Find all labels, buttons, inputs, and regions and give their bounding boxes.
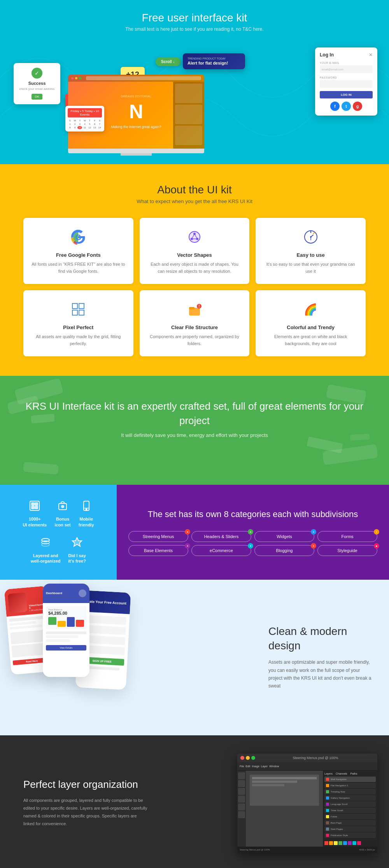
cat-styleguide[interactable]: Styleguide ●: [317, 545, 377, 556]
ps-layer-dot-10: [326, 834, 329, 837]
cal-2: 2: [73, 123, 77, 126]
cat-badge-6: +: [248, 543, 253, 549]
google-fonts-icon: G: [68, 227, 88, 247]
phone-2-btn[interactable]: View Details: [46, 645, 86, 651]
swatch-6: [348, 841, 352, 845]
calendar-grid: S M T W T F S 1 2 3 4 5 6 7 8 9 10 11 12…: [68, 119, 102, 129]
feature-2-desc: Each and every object is made of shapes.…: [147, 261, 242, 275]
login-header: Log In ✕: [320, 52, 373, 58]
ps-canvas: [250, 775, 319, 806]
twitter-login[interactable]: t: [342, 102, 351, 111]
phone-2-avatar: [79, 589, 86, 597]
cat-blogging[interactable]: Blogging +: [254, 545, 314, 556]
browser-bar: [68, 75, 204, 82]
google-login[interactable]: g: [353, 102, 362, 111]
success-card-button[interactable]: OK: [32, 94, 42, 100]
ps-layer-4[interactable]: Gallery Navigation: [324, 795, 376, 801]
cat-widgets[interactable]: Widgets +: [254, 531, 314, 542]
cal-7: 7: [97, 123, 102, 126]
login-button[interactable]: LOG IN: [320, 91, 373, 98]
green-banner-subtitle: It will definitely save you time, energy…: [16, 432, 373, 438]
ps-layer-dot-7: [326, 815, 329, 818]
email-input[interactable]: email@email.com: [320, 65, 373, 73]
cat-ecommerce[interactable]: eCommerce +: [191, 545, 251, 556]
cat-steering-menus[interactable]: Streering Menus +: [128, 531, 188, 542]
scroll-button[interactable]: Scroll ↓: [156, 57, 180, 66]
ps-layer-3[interactable]: Trending Now: [324, 789, 376, 794]
ps-layer-text-6: Timer Scroll: [331, 809, 343, 812]
cat-badge-3: +: [311, 529, 316, 535]
ps-menu-window[interactable]: Window: [269, 765, 279, 768]
swatch-1: [324, 841, 328, 845]
ps-layer-9[interactable]: Start Pages: [324, 826, 376, 832]
login-close-icon[interactable]: ✕: [369, 52, 373, 58]
ps-layer-dot-3: [326, 790, 329, 793]
ps-body: Layers Channels Paths Wall Navigation Fl…: [237, 771, 377, 847]
success-card-text: check your email address: [18, 87, 56, 91]
ps-tool-3[interactable]: [238, 788, 245, 795]
password-label: PASSWORD: [320, 76, 373, 79]
feature-vector-shapes: Vector Shapes Each and every object is m…: [140, 218, 250, 284]
ps-menu-edit[interactable]: Edit: [245, 765, 250, 768]
ps-layer-dot-2: [326, 784, 329, 787]
ps-layer-6[interactable]: Timer Scroll: [324, 808, 376, 813]
ps-tool-1[interactable]: [238, 772, 245, 779]
alert-title: Alert for flat design!: [187, 61, 240, 65]
ps-layer-8[interactable]: Boot Page: [324, 820, 376, 826]
cal-w: W: [82, 119, 87, 122]
hero-subtitle: The small text is here just to see if yo…: [125, 26, 263, 32]
ps-layer-7[interactable]: Folder: [324, 814, 376, 819]
login-card: Log In ✕ YOUR E-MAIL email@email.com PAS…: [315, 47, 377, 116]
feature-bonus-icons: Bonusicon set: [54, 500, 71, 528]
ps-layer-text-3: Trending Now: [331, 791, 345, 793]
ps-layer-10[interactable]: Publication Style: [324, 833, 376, 838]
fashion-sidebar: [173, 82, 204, 149]
ps-layer-text-5: Language Scroll: [331, 803, 347, 805]
green-banner-title: KRS UI Interface kit is an expertly craf…: [16, 399, 373, 428]
phone-2: Dashboard Total Balance $4,285.00: [43, 584, 89, 677]
ps-tool-2[interactable]: [238, 780, 245, 787]
ps-layer-text-1: Wall Navigation: [331, 778, 347, 780]
pixel-perfect-icon: [68, 300, 88, 319]
ps-tool-5[interactable]: [238, 803, 245, 810]
layered-icon: [40, 537, 51, 551]
ps-layer-dot-6: [326, 809, 329, 812]
cal-3: 3: [77, 123, 82, 126]
feature-6-desc: Elements are great on white and black ba…: [263, 333, 358, 347]
ps-menu-file[interactable]: File: [240, 765, 244, 768]
ps-layer-text-7: Folder: [331, 815, 337, 818]
phone-2-stats: [48, 617, 84, 627]
ps-layer-5[interactable]: Language Scroll: [324, 801, 376, 807]
paths-tab[interactable]: Paths: [350, 772, 357, 775]
feature-5-title: Clear File Structure: [147, 324, 242, 330]
feature-1-desc: All fonts used in "KRS FREE KIT" are als…: [31, 261, 126, 275]
ps-tool-6[interactable]: [238, 811, 245, 818]
about-subtitle: What to expect when you get the all free…: [23, 198, 366, 204]
svg-point-32: [86, 509, 87, 510]
hero-title: Free user interface kit: [142, 12, 247, 24]
ps-layer-2[interactable]: Flat Navigation 1: [324, 783, 376, 788]
channels-tab[interactable]: Channels: [336, 772, 347, 775]
ps-menu-layer[interactable]: Layer: [261, 765, 268, 768]
cat-headers-sliders[interactable]: Headers & Sliders +: [191, 531, 251, 542]
feature-colorful: 🌈 Colorful and Trendy Elements are great…: [256, 290, 366, 356]
phone-1-img-bg: [8, 592, 28, 613]
facebook-login[interactable]: f: [330, 102, 340, 111]
dark-section: Perfect layer organization All component…: [0, 735, 389, 868]
ps-layer-dot-1: [326, 778, 329, 781]
cat-badge-5: +: [185, 543, 190, 549]
address-bar: [86, 76, 201, 80]
cat-forms[interactable]: Forms !: [317, 531, 377, 542]
phone-2-line3: [46, 639, 70, 642]
cat-base-elements[interactable]: Base Elements +: [128, 545, 188, 556]
cal-t1: T: [77, 119, 82, 122]
split-right-title: The set has its own 8 categories each wi…: [148, 509, 358, 521]
ps-canvas-line1: [252, 777, 317, 779]
ps-tool-4[interactable]: [238, 796, 245, 803]
phones-section: VideoChannel X 1.2M subscribers Read Mor…: [0, 580, 389, 735]
ps-menu-image[interactable]: Image: [252, 765, 259, 768]
ps-layer-1[interactable]: Wall Navigation: [324, 777, 376, 782]
password-input[interactable]: [320, 80, 373, 88]
layers-tab[interactable]: Layers: [324, 772, 333, 775]
cal-s: S: [68, 119, 72, 122]
